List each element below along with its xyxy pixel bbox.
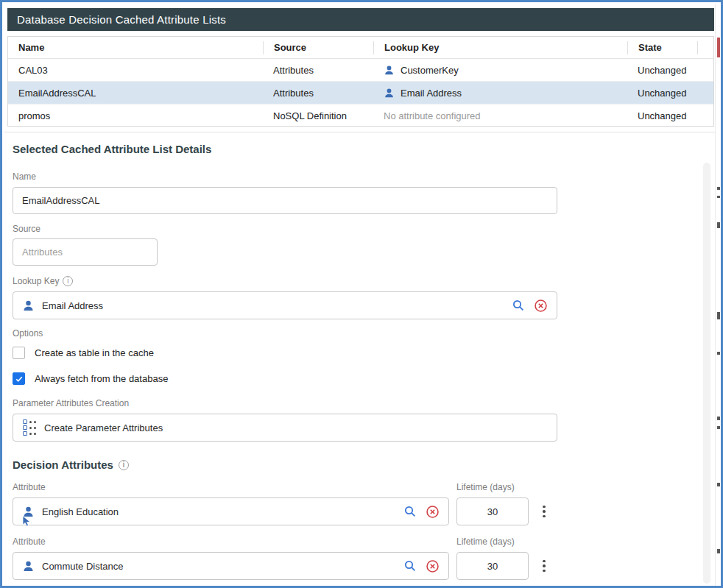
parameter-attributes-label: Parameter Attributes Creation	[13, 398, 129, 408]
table-row[interactable]: promos NoSQL Definition No attribute con…	[8, 105, 713, 127]
create-parameter-attributes-label: Create Parameter Attributes	[44, 422, 163, 433]
lookup-key-value: Email Address	[42, 300, 504, 311]
section-divider	[4, 132, 721, 132]
remove-circle-icon[interactable]	[425, 559, 440, 573]
lifetime-input[interactable]	[456, 497, 529, 525]
cell-source: Attributes	[263, 65, 373, 76]
cell-source: Attributes	[263, 88, 373, 99]
remove-circle-icon[interactable]	[533, 298, 548, 313]
attribute-label: Attribute	[13, 536, 46, 547]
create-parameter-attributes-button[interactable]: Create Parameter Attributes	[13, 414, 557, 442]
checkbox-row-always-fetch[interactable]: Always fetch from the database	[13, 372, 168, 385]
page-title: Database Decision Cached Attribute Lists	[17, 13, 226, 26]
source-label: Source	[13, 224, 40, 234]
column-header-state[interactable]: State	[627, 41, 697, 54]
cell-lookup-key-empty: No attribute configured	[373, 110, 627, 121]
person-icon	[22, 560, 35, 573]
decision-attributes-heading: Decision Attributes i	[13, 458, 129, 471]
cell-state: Unchanged	[627, 88, 697, 99]
checkbox-unchecked[interactable]	[13, 347, 25, 359]
search-icon[interactable]	[511, 298, 526, 313]
person-icon	[384, 88, 395, 99]
search-icon[interactable]	[403, 504, 417, 519]
cell-name: CAL03	[8, 65, 263, 76]
attribute-value: Commute Distance	[42, 561, 395, 572]
lookup-key-text: Email Address	[401, 88, 462, 99]
name-label: Name	[13, 171, 36, 182]
source-input[interactable]	[13, 238, 158, 266]
page-title-bar: Database Decision Cached Attribute Lists	[7, 8, 714, 31]
cell-state: Unchanged	[627, 110, 697, 121]
cell-name: EmailAddressCAL	[8, 88, 263, 99]
options-label: Options	[13, 328, 43, 339]
app-window: Database Decision Cached Attribute Lists…	[0, 0, 723, 588]
table-row[interactable]: CAL03 Attributes CustomerKey Unchanged	[8, 59, 713, 82]
mouse-cursor-icon	[22, 515, 32, 527]
table-row-selected[interactable]: EmailAddressCAL Attributes Email Address…	[8, 82, 713, 105]
search-icon[interactable]	[403, 559, 417, 573]
cell-state: Unchanged	[627, 65, 697, 76]
info-icon[interactable]: i	[63, 276, 73, 286]
cell-name: promos	[8, 110, 263, 121]
kebab-menu-icon[interactable]	[539, 503, 549, 520]
cached-attribute-list-table: Name Source Lookup Key State CAL03 Attri…	[7, 36, 714, 127]
checkbox-checked[interactable]	[13, 372, 25, 385]
checkbox-row-create-as-table[interactable]: Create as table in the cache	[13, 347, 154, 359]
table-header-row: Name Source Lookup Key State	[8, 37, 713, 59]
person-icon	[22, 300, 35, 312]
lifetime-label: Lifetime (days)	[456, 482, 515, 492]
lookup-key-text: CustomerKey	[401, 65, 459, 76]
details-heading: Selected Cached Attribute List Details	[13, 143, 211, 155]
clipped-content-strip	[715, 4, 721, 588]
decision-attributes-heading-text: Decision Attributes	[13, 458, 113, 471]
lookup-key-label-text: Lookup Key	[13, 276, 59, 286]
info-icon[interactable]: i	[119, 460, 129, 470]
column-header-source[interactable]: Source	[263, 41, 373, 54]
remove-circle-icon[interactable]	[425, 504, 440, 519]
attribute-field[interactable]: English Education	[13, 497, 449, 525]
cell-lookup-key: CustomerKey	[373, 65, 627, 76]
name-input[interactable]	[13, 187, 557, 214]
lifetime-label: Lifetime (days)	[456, 536, 515, 547]
attribute-value: English Education	[42, 506, 395, 517]
cell-lookup-key: Email Address	[373, 88, 627, 99]
attribute-label: Attribute	[13, 482, 46, 492]
column-header-name[interactable]: Name	[8, 41, 263, 54]
lookup-key-label: Lookup Key i	[13, 276, 73, 286]
checkbox-label: Create as table in the cache	[35, 347, 154, 358]
vertical-scrollbar-track[interactable]	[703, 163, 710, 584]
column-header-lookup-key[interactable]: Lookup Key	[373, 41, 627, 54]
checkbox-label: Always fetch from the database	[35, 373, 168, 384]
lookup-key-field[interactable]: Email Address	[13, 291, 557, 319]
create-attributes-grid-icon	[23, 419, 36, 436]
column-header-filler	[697, 41, 713, 54]
person-icon	[384, 65, 395, 76]
lifetime-input[interactable]	[456, 552, 529, 580]
cell-source: NoSQL Definition	[263, 110, 373, 121]
attribute-field[interactable]: Commute Distance	[13, 552, 449, 580]
kebab-menu-icon[interactable]	[539, 557, 549, 575]
